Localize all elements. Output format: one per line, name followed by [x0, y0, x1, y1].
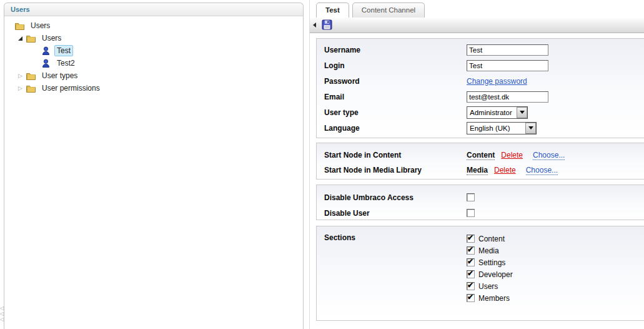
section-settings-label: Settings	[478, 258, 505, 267]
splitter-arrow-icon: ◁	[0, 316, 4, 322]
password-label: Password	[324, 77, 467, 86]
sections-checkbox-list: Content Media Settings Developer	[467, 233, 513, 304]
email-input[interactable]	[467, 91, 548, 103]
section-media-checkbox[interactable]	[467, 246, 475, 255]
toolbar	[310, 17, 644, 33]
delete-media-node-link[interactable]: Delete	[494, 166, 516, 175]
username-input[interactable]	[467, 44, 548, 56]
language-label: Language	[324, 124, 467, 133]
sections-label: Sections	[324, 233, 467, 242]
section-item-media: Media	[467, 245, 513, 256]
section-members-label: Members	[478, 294, 510, 303]
folder-icon	[14, 21, 25, 31]
delete-content-node-link[interactable]: Delete	[501, 151, 523, 159]
folder-icon	[26, 71, 36, 81]
section-content-checkbox[interactable]	[467, 235, 475, 243]
choose-media-node-link[interactable]: Choose...	[526, 166, 558, 175]
section-item-users: Users	[467, 280, 513, 292]
section-settings-checkbox[interactable]	[467, 258, 475, 266]
editor-region: Test Content Channel Username Login Pass…	[309, 0, 644, 329]
folder-icon	[26, 33, 36, 43]
user-icon	[41, 46, 51, 56]
section-item-members: Members	[467, 292, 513, 304]
section-users-checkbox[interactable]	[467, 282, 475, 290]
login-label: Login	[324, 61, 467, 70]
tree-item-user-types[interactable]: ▷ User types	[4, 69, 303, 82]
section-item-settings: Settings	[467, 256, 513, 268]
tree-item-users[interactable]: Users	[4, 32, 303, 44]
tree: Users Users Test Test2 ▷ User types ▷ Us…	[4, 16, 303, 94]
tree-item-test[interactable]: Test	[4, 44, 303, 57]
editor-content: Username Login Password Change password …	[310, 33, 644, 321]
tree-panel-title: Users	[4, 3, 303, 16]
folder-icon	[26, 83, 36, 93]
tree-item-label-selected: Test	[54, 45, 73, 56]
splitter-arrow-icon: ◁	[0, 305, 4, 311]
section-media-label: Media	[478, 246, 499, 255]
user-properties-panel: Username Login Password Change password …	[316, 38, 644, 138]
username-label: Username	[324, 46, 467, 54]
collapse-left-icon[interactable]	[313, 23, 316, 28]
tree-item-test2[interactable]: Test2	[4, 57, 303, 69]
language-select[interactable]: English (UK)	[467, 122, 537, 134]
choose-content-node-link[interactable]: Choose...	[533, 151, 565, 160]
tree-panel: Users Users Users Test Test2 ▷ User type…	[4, 3, 304, 329]
language-selected-value: English (UK)	[467, 124, 525, 132]
tree-item-users-root[interactable]: Users	[4, 19, 303, 32]
tree-item-user-permissions[interactable]: ▷ User permissions	[4, 82, 303, 94]
disable-umbraco-access-checkbox[interactable]	[467, 193, 475, 201]
usertype-select[interactable]: Administrator	[467, 106, 528, 119]
start-nodes-panel: Start Node in Content Content Delete Cho…	[316, 143, 644, 180]
splitter-arrow-icon: ◁	[0, 311, 4, 316]
expand-icon[interactable]: ▷	[18, 73, 26, 79]
start-node-media-label: Start Node in Media Library	[324, 166, 467, 175]
section-members-checkbox[interactable]	[467, 294, 475, 302]
disable-umbraco-access-label: Disable Umbraco Access	[324, 193, 467, 202]
section-item-developer: Developer	[467, 268, 513, 280]
change-password-link[interactable]: Change password	[467, 77, 527, 86]
email-label: Email	[324, 93, 467, 101]
disable-options-panel: Disable Umbraco Access Disable User	[316, 185, 644, 220]
section-content-label: Content	[478, 235, 505, 243]
tree-item-label: Users	[39, 33, 64, 44]
save-floppy-icon[interactable]	[322, 19, 332, 30]
tree-item-label: Test2	[54, 58, 77, 69]
dropdown-arrow-icon	[525, 123, 536, 134]
splitter-collapse-handle[interactable]: ◁ ◁ ◁	[0, 305, 4, 322]
content-node-link[interactable]: Content	[467, 151, 495, 160]
user-icon	[41, 58, 51, 68]
tree-item-label: Users	[28, 20, 52, 31]
dropdown-arrow-icon	[517, 107, 527, 118]
section-users-label: Users	[478, 282, 498, 291]
expand-icon[interactable]: ▷	[18, 86, 26, 91]
disable-user-checkbox[interactable]	[467, 209, 475, 217]
tree-item-label: User types	[39, 70, 80, 81]
tree-item-label: User permissions	[39, 83, 102, 94]
media-node-link[interactable]: Media	[467, 166, 488, 175]
usertype-selected-value: Administrator	[467, 109, 517, 116]
section-developer-checkbox[interactable]	[467, 270, 475, 278]
usertype-label: User type	[324, 108, 467, 117]
tab-test[interactable]: Test	[316, 3, 349, 18]
expand-collapse-icon[interactable]	[18, 36, 26, 41]
tabstrip: Test Content Channel	[310, 0, 644, 18]
login-input[interactable]	[467, 60, 548, 71]
tab-content-channel[interactable]: Content Channel	[352, 3, 425, 18]
start-node-content-label: Start Node in Content	[324, 151, 467, 159]
sections-panel: Sections Content Media Settings	[316, 226, 644, 321]
section-item-content: Content	[467, 233, 513, 245]
section-developer-label: Developer	[478, 270, 513, 279]
disable-user-label: Disable User	[324, 209, 467, 218]
